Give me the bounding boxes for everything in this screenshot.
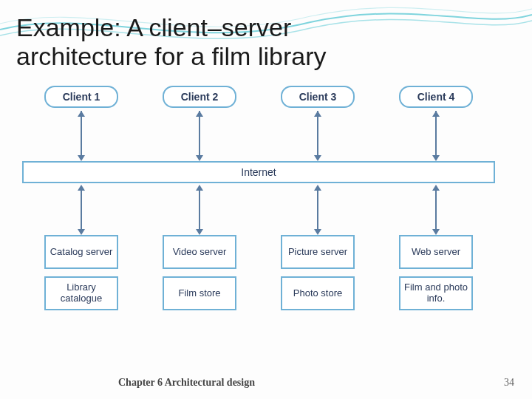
footer-chapter: Chapter 6 Architectural design [118, 377, 255, 389]
internet-node: Internet [22, 161, 495, 183]
title-line-2: architecture for a film library [16, 42, 326, 70]
film-photo-info-store: Film and photo info. [399, 276, 473, 310]
client-3-node: Client 3 [281, 86, 355, 108]
connector [435, 186, 437, 233]
footer-page-number: 34 [504, 377, 514, 389]
client-label: Client 4 [417, 91, 455, 103]
web-server-node: Web server [399, 235, 473, 269]
arrow-up-icon [314, 111, 321, 117]
connector [199, 111, 200, 158]
client-4-node: Client 4 [399, 86, 473, 108]
library-catalogue-store: Library catalogue [44, 276, 118, 310]
client-1-node: Client 1 [44, 86, 118, 108]
slide-title: Example: A client–server architecture fo… [16, 13, 326, 71]
arrow-down-icon [196, 155, 203, 161]
connector [317, 186, 318, 233]
catalog-server-node: Catalog server [44, 235, 118, 269]
server-label: Video server [173, 247, 227, 258]
server-label: Picture server [288, 247, 347, 258]
internet-label: Internet [241, 166, 276, 178]
picture-server-node: Picture server [281, 235, 355, 269]
arrow-up-icon [78, 185, 85, 191]
store-label: Photo store [293, 288, 343, 299]
connector [435, 111, 437, 158]
server-label: Web server [412, 247, 460, 258]
store-label: Film store [178, 288, 220, 299]
arrow-up-icon [314, 185, 321, 191]
client-label: Client 3 [299, 91, 337, 103]
arrow-down-icon [78, 155, 85, 161]
arrow-up-icon [78, 111, 85, 117]
film-store: Film store [163, 276, 236, 310]
photo-store: Photo store [281, 276, 355, 310]
connector [81, 111, 82, 158]
arrow-up-icon [196, 185, 203, 191]
client-label: Client 2 [181, 91, 219, 103]
arrow-up-icon [432, 185, 440, 191]
arrow-down-icon [314, 229, 321, 235]
arrow-down-icon [78, 229, 85, 235]
server-label: Catalog server [50, 247, 113, 258]
arrow-down-icon [432, 229, 440, 235]
arrow-down-icon [432, 155, 440, 161]
connector [317, 111, 318, 158]
client-2-node: Client 2 [163, 86, 236, 108]
connector [199, 186, 200, 233]
video-server-node: Video server [163, 235, 236, 269]
client-label: Client 1 [63, 91, 100, 103]
title-line-1: Example: A client–server [16, 13, 291, 41]
arrow-down-icon [196, 229, 203, 235]
arrow-up-icon [196, 111, 203, 117]
arrow-up-icon [432, 111, 440, 117]
store-label: Library catalogue [46, 282, 117, 304]
arrow-down-icon [314, 155, 321, 161]
connector [81, 186, 82, 233]
architecture-diagram: Client 1 Client 2 Client 3 Client 4 Inte… [22, 86, 510, 330]
store-label: Film and photo info. [400, 282, 471, 304]
